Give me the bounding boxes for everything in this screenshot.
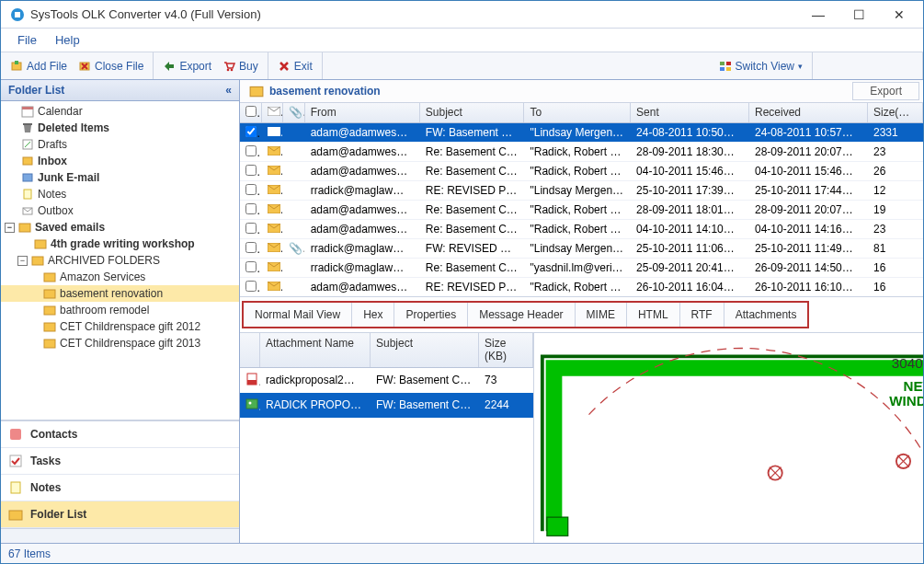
attachment-row[interactable]: radickproposal2…FW: Basement C…73: [240, 368, 533, 393]
buy-button[interactable]: Buy: [217, 56, 264, 76]
table-row[interactable]: adam@adamwes…Re: Basement Co…"Radick, Ro…: [240, 162, 923, 181]
tree-inbox[interactable]: Inbox: [1, 153, 239, 169]
col-size[interactable]: Size(KB): [868, 103, 923, 122]
row-checkbox[interactable]: [245, 165, 257, 176]
tree-amazon[interactable]: Amazon Services: [1, 269, 239, 285]
tab-header[interactable]: Message Header: [468, 303, 575, 327]
acell-size: 2244: [479, 397, 533, 413]
menu-help[interactable]: Help: [46, 29, 89, 51]
collapse-icon[interactable]: «: [225, 84, 232, 97]
col-from[interactable]: From: [305, 103, 420, 122]
tree-notes[interactable]: Notes: [1, 186, 239, 202]
add-file-button[interactable]: Add File: [5, 56, 73, 76]
tree-calendar[interactable]: Calendar: [1, 103, 239, 120]
svg-rect-29: [9, 511, 22, 520]
table-row[interactable]: adam@adamwes…FW: Basement C…"Lindsay Mer…: [240, 123, 923, 143]
cell-subject: Re: Basement Co…: [420, 163, 525, 179]
cell-sent: 04-10-2011 14:10…: [631, 221, 749, 237]
row-checkbox[interactable]: [245, 281, 257, 292]
row-checkbox[interactable]: [245, 261, 257, 272]
acell-subject: FW: Basement C…: [371, 372, 479, 388]
col-checkbox[interactable]: [240, 103, 262, 122]
tree-basement[interactable]: basement renovation: [1, 285, 239, 302]
tree-outbox[interactable]: Outbox: [1, 202, 239, 219]
tab-mime[interactable]: MIME: [576, 303, 627, 327]
row-checkbox[interactable]: [245, 242, 257, 253]
acol-size[interactable]: Size (KB): [479, 333, 533, 367]
tree-cet2012[interactable]: CET Childrenspace gift 2012: [1, 318, 239, 335]
tree-archived[interactable]: −ARCHIVED FOLDERS: [1, 252, 239, 269]
tab-normal[interactable]: Normal Mail View: [244, 303, 352, 327]
tab-rtf[interactable]: RTF: [680, 303, 724, 327]
close-button[interactable]: ✕: [879, 2, 919, 28]
nav-notes[interactable]: Notes: [1, 475, 239, 501]
table-row[interactable]: adam@adamwes…Re: Basement Co…"Radick, Ro…: [240, 201, 923, 220]
col-sent[interactable]: Sent: [631, 103, 749, 122]
tree-cet2013[interactable]: CET Childrenspace gift 2013: [1, 335, 239, 351]
attachment-rows[interactable]: radickproposal2…FW: Basement C…73RADICK …: [240, 368, 533, 418]
cell-to: "Lindsay Mergen…: [524, 124, 631, 141]
tab-hex[interactable]: Hex: [352, 303, 394, 327]
export-box[interactable]: Export: [852, 82, 919, 100]
row-checkbox[interactable]: [245, 145, 257, 156]
col-icon[interactable]: [262, 103, 284, 122]
close-file-button[interactable]: Close File: [73, 56, 149, 76]
toolbar: Add File Close File Export Buy Exit: [1, 52, 923, 80]
cart-icon: [222, 60, 235, 73]
tree-bathroom[interactable]: bathroom remodel: [1, 302, 239, 318]
row-checkbox[interactable]: [245, 126, 257, 137]
add-icon: [10, 60, 23, 73]
nav-folder-list[interactable]: Folder List: [1, 501, 239, 528]
tree-deleted[interactable]: Deleted Items: [1, 120, 239, 136]
nav-tasks[interactable]: Tasks: [1, 448, 239, 475]
col-subject[interactable]: Subject: [420, 103, 525, 122]
right-panel: basement renovation Export 📎 From Subjec…: [240, 80, 923, 543]
row-checkbox[interactable]: [245, 184, 257, 195]
table-row[interactable]: adam@adamwes…Re: Basement Co…"Radick, Ro…: [240, 143, 923, 162]
acol-subject[interactable]: Subject: [371, 333, 479, 367]
collapse-toggle[interactable]: −: [17, 256, 28, 266]
collapse-toggle[interactable]: −: [5, 223, 15, 233]
col-received[interactable]: Received: [749, 103, 868, 122]
tree-writing-workshop[interactable]: 4th grade writing workshop: [1, 236, 239, 252]
envelope-icon: [268, 262, 280, 271]
tab-properties[interactable]: Properties: [394, 303, 468, 327]
attachment-row[interactable]: RADICK PROPO…FW: Basement C…2244: [240, 393, 533, 418]
table-row[interactable]: 📎rradick@maglaw…FW: REVISED PR…"Lindsay …: [240, 239, 923, 259]
table-row[interactable]: rradick@maglaw…Re: Basement Co…"yasdnil.…: [240, 259, 923, 278]
minimize-button[interactable]: —: [798, 2, 838, 28]
exit-button[interactable]: Exit: [272, 56, 318, 76]
cell-sent: 28-09-2011 18:30…: [631, 144, 749, 160]
export-button[interactable]: Export: [157, 56, 217, 76]
col-attachment[interactable]: 📎: [283, 103, 305, 122]
cell-from: adam@adamwes…: [305, 201, 420, 218]
maximize-button[interactable]: ☐: [838, 2, 879, 28]
menu-file[interactable]: File: [8, 29, 46, 51]
attachment-preview[interactable]: 3040 NEW WINDOW: [534, 333, 923, 543]
tab-attachments[interactable]: Attachments: [724, 303, 808, 327]
row-checkbox[interactable]: [245, 223, 257, 234]
tree-junk[interactable]: Junk E-mail: [1, 169, 239, 186]
svg-point-44: [249, 401, 252, 404]
cell-from: adam@adamwes…: [305, 144, 420, 160]
table-row[interactable]: adam@adamwes…Re: Basement Co…"Radick, Ro…: [240, 220, 923, 239]
tab-html[interactable]: HTML: [627, 303, 680, 327]
table-row[interactable]: rradick@maglaw…RE: REVISED PR…"Lindsay M…: [240, 181, 923, 201]
svg-rect-43: [246, 399, 257, 409]
folder-tree[interactable]: Calendar Deleted Items Drafts Inbox Junk…: [1, 101, 239, 420]
cell-received: 04-10-2011 14:16…: [749, 221, 868, 237]
acol-name[interactable]: Attachment Name: [260, 333, 371, 367]
envelope-icon: [268, 204, 280, 213]
table-row[interactable]: adam@adamwes…RE: REVISED PR…"Radick, Rob…: [240, 278, 923, 296]
close-file-icon: [78, 60, 91, 73]
nav-contacts[interactable]: Contacts: [1, 421, 239, 448]
svg-point-4: [227, 68, 230, 71]
row-checkbox[interactable]: [245, 203, 257, 214]
title-bar: SysTools OLK Converter v4.0 (Full Versio…: [1, 1, 923, 29]
col-to[interactable]: To: [524, 103, 631, 122]
grid-body[interactable]: adam@adamwes…FW: Basement C…"Lindsay Mer…: [240, 123, 923, 296]
tree-drafts[interactable]: Drafts: [1, 136, 239, 153]
tree-saved[interactable]: −Saved emails: [1, 219, 239, 236]
cell-received: 28-09-2011 20:07…: [749, 201, 868, 218]
switch-view-button[interactable]: Switch View ▾: [713, 56, 808, 76]
